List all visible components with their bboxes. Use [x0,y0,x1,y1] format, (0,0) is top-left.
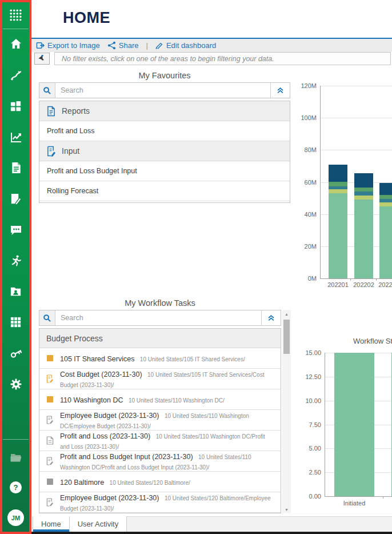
favourite-item[interactable]: Profit and Loss Budget Input [39,161,290,181]
task-row[interactable]: 105 IT Shared Services 10 United States/… [39,348,281,369]
dashboards-icon[interactable] [8,98,23,114]
apps-grid-icon[interactable] [8,314,23,330]
chevron-double-up-icon [276,86,285,94]
search-button[interactable] [39,83,55,98]
scroll-up-arrow[interactable]: ▲ [282,310,291,318]
filter-button[interactable] [34,53,50,65]
share-icon [107,41,116,50]
y-axis-line [320,86,321,278]
x-axis-tick [350,278,351,281]
favourites-trend-chart: 0M20M40M60M80M100M120M202201202202202203 [297,80,392,294]
bar-202202[interactable] [354,173,373,278]
task-path: 10 United States/105 IT Shared Services/ [137,356,245,362]
y-axis-label: 7.50 [297,421,321,428]
workflow-search-input[interactable] [55,310,261,325]
reports-doc-icon[interactable] [8,160,23,176]
workflow-group-budget-process[interactable]: Budget Process [39,329,281,348]
search-icon [43,86,51,95]
y-axis-label: 120M [297,82,317,89]
task-doc-edit-icon [46,416,54,424]
bar-segment-segment-navy [379,183,392,195]
task-row[interactable]: Profit and Loss (2023-11-30) 10 United S… [39,431,281,451]
edit-dashboard-button[interactable]: Edit dashboard [155,41,216,50]
x-axis-label: 202203 [366,281,392,288]
gridline [320,150,392,150]
scroll-down-arrow[interactable]: ▼ [282,505,291,513]
workflow-list-scrollbar[interactable]: ▲ ▼ [282,310,291,513]
favourites-section-reports[interactable]: Reports [39,101,290,121]
dashboard-toolbar: Export to Image Share | Edit dashboard [31,38,392,52]
task-row[interactable]: Employee Budget (2023-11-30) 10 United S… [39,410,281,431]
bar-segment-segment-medium-green [329,182,347,186]
data-input-doc-edit-icon[interactable] [8,191,23,206]
workflow-search-bar [39,310,281,326]
tab-home[interactable]: Home [33,516,70,532]
filter-status-message: No filter exists, click on one of the ar… [54,52,391,65]
sidebar: ? JM [0,0,31,534]
search-icon [43,314,51,322]
y-axis-label: 60M [297,179,317,186]
bar-Initiated[interactable] [334,353,374,496]
bar-segment-segment-navy [354,173,373,188]
analytics-chart-icon[interactable] [8,129,23,145]
favourite-item[interactable]: Rolling Forecast [39,181,290,201]
y-axis-label: 0.00 [297,493,321,500]
task-title: 105 IT Shared Services [60,355,134,363]
edit-pencil-icon [155,42,163,50]
export-to-image-button[interactable]: Export to Image [36,41,100,50]
search-button[interactable] [39,310,55,325]
filter-funnel-icon [38,55,46,63]
key-icon[interactable] [8,345,23,361]
home-icon[interactable] [8,36,23,51]
task-title: Employee Budget (2023-11-30) [60,412,159,420]
contacts-card-icon[interactable] [8,284,23,299]
sidebar-divider [3,439,29,440]
favourite-item[interactable]: Profit and Loss [39,121,290,141]
favourite-item-label: Profit and Loss [47,127,94,135]
documents-folder-icon[interactable] [8,449,23,465]
y-axis-label: 10.00 [297,397,321,404]
task-doc-icon [46,436,54,445]
report-doc-icon [46,106,56,117]
bar-segment-segment-yellow-green [329,189,347,193]
workflow-runner-icon[interactable] [8,253,23,268]
bar-segment-segment-medium-green [379,195,392,199]
task-path: 10 United States/120 Baltimore/ [107,480,190,486]
bar-202203[interactable] [379,183,392,278]
settings-gear-icon[interactable] [8,376,23,392]
section-label: Reports [62,106,90,115]
task-row[interactable]: Employee Budget (2023-11-30) 10 United S… [39,492,281,513]
y-axis-label: 80M [297,146,317,153]
share-button[interactable]: Share [107,41,139,50]
help-icon[interactable]: ? [10,481,22,493]
workflow-panel-title: My Workflow Tasks [39,298,281,308]
input-doc-icon [46,146,56,157]
export-icon [36,41,45,50]
y-axis-label: 100M [297,114,317,121]
favourites-section-input[interactable]: Input [39,141,290,161]
tab-user-activity[interactable]: User Activity [70,516,127,532]
process-flow-icon[interactable] [8,67,23,83]
collapse-panel-button[interactable] [261,310,281,325]
task-row[interactable]: Cost Budget (2023-11-30) 10 United State… [39,369,281,389]
task-row[interactable]: 120 Baltimore 10 United States/120 Balti… [39,472,281,492]
task-row[interactable]: 110 Washington DC 10 United States/110 W… [39,389,281,410]
bottom-status-strip [31,532,392,534]
favourites-search-input[interactable] [55,83,270,98]
task-doc-edit-icon [46,374,54,383]
bar-segment-segment-base-light-green [329,193,347,278]
bar-202201[interactable] [329,165,347,278]
user-avatar[interactable]: JM [7,509,24,526]
task-title: 120 Baltimore [60,479,104,487]
apps-waffle-icon[interactable] [8,7,23,23]
task-title: Profit and Loss Budget Input (2023-11-30… [60,453,193,461]
scroll-thumb[interactable] [283,320,290,354]
task-doc-edit-icon [46,498,54,507]
gridline [320,86,392,86]
collapse-panel-button[interactable] [270,83,290,98]
bar-segment-segment-yellow-green [379,202,392,206]
gridline [325,496,392,497]
task-row[interactable]: Profit and Loss Budget Input (2023-11-30… [39,451,281,472]
comments-icon[interactable] [8,222,23,237]
gridline [320,118,392,118]
